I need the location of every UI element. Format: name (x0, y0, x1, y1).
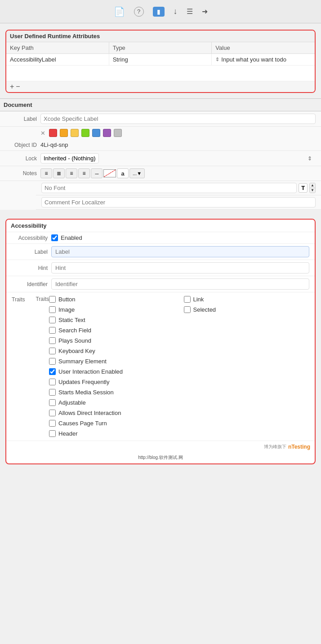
document-font-input[interactable] (41, 183, 297, 193)
list-item: Image (49, 305, 175, 314)
document-font-stepper[interactable]: ▲ ▼ (309, 183, 316, 193)
udra-keypath-cell: AccessibilityLabel (6, 54, 109, 65)
udra-col-keypath: Key Path (6, 42, 109, 53)
document-font-t-button[interactable]: T (299, 183, 308, 193)
trait-startsmediasession-checkbox[interactable] (49, 389, 56, 396)
watermark-text: 博为峰旗下 (264, 444, 286, 450)
notes-align-center-button[interactable]: ≣ (53, 168, 65, 178)
color-clear-icon[interactable]: ✕ (40, 130, 45, 137)
toolbar: 📄 ? ▮ ↓ ☰ ➜ (0, 0, 321, 23)
trait-header-checkbox[interactable] (49, 430, 56, 437)
trait-searchfield-label: Search Field (58, 327, 91, 334)
trait-causespageturn-checkbox[interactable] (49, 420, 56, 427)
trait-userinteraction-checkbox[interactable] (49, 368, 56, 375)
color-dot-green[interactable] (81, 129, 89, 137)
udra-type-cell: String (109, 54, 212, 65)
udra-header: Key Path Type Value (6, 42, 315, 54)
trait-image-checkbox[interactable] (49, 306, 56, 313)
color-dot-gray[interactable] (114, 129, 122, 137)
notes-align-left-button[interactable]: ≡ (40, 168, 52, 178)
accessibility-enabled-checkbox-row: Enabled (51, 234, 82, 241)
notes-more-button[interactable]: ...▼ (129, 168, 145, 178)
document-lock-select[interactable]: Inherited - (Nothing) (40, 153, 99, 163)
trait-button-checkbox[interactable] (49, 296, 56, 303)
trait-summaryelement-checkbox[interactable] (49, 358, 56, 365)
color-dot-purple[interactable] (103, 129, 111, 137)
notes-dash-button[interactable]: --- (91, 168, 103, 178)
trait-button-label: Button (58, 296, 76, 303)
watermark-url-row: http://blog.软件测试.网 (6, 454, 315, 463)
list-icon[interactable]: ☰ (187, 7, 193, 16)
trait-keyboardkey-label: Keyboard Key (58, 348, 95, 354)
document-section-title: Document (0, 98, 321, 111)
font-stepper-down-icon[interactable]: ▼ (310, 188, 315, 193)
udra-remove-button[interactable]: − (16, 83, 20, 90)
accessibility-enabled-row: Accessibility Enabled (6, 232, 315, 244)
trait-image-label: Image (58, 306, 75, 313)
color-dot-orange[interactable] (60, 129, 68, 137)
color-dot-red[interactable] (49, 129, 57, 137)
accessibility-hint-row: Hint (6, 260, 315, 276)
trait-selected-checkbox[interactable] (184, 306, 191, 313)
file-icon[interactable]: 📄 (114, 6, 125, 17)
notes-toolbar: ≡ ≣ ≡ ≡ --- a ...▼ (40, 168, 316, 178)
document-notes-row: Notes ≡ ≣ ≡ ≡ --- a ...▼ (0, 166, 321, 181)
accessibility-enabled-text: Enabled (61, 234, 82, 241)
document-objectid-value: 4Li-qd-snp (40, 141, 68, 148)
document-color-row: ✕ (0, 127, 321, 139)
trait-statictext-checkbox[interactable] (49, 317, 56, 323)
stepper-icon: ⇕ (215, 57, 219, 62)
udra-title: User Defined Runtime Attributes (6, 31, 315, 42)
accessibility-enabled-checkbox[interactable] (51, 234, 58, 241)
notes-font-color-button[interactable]: a (117, 168, 129, 178)
accessibility-traits-label-text: Traits (12, 295, 49, 438)
udra-footer: + − (6, 81, 315, 92)
list-item: Adjustable (49, 398, 309, 407)
accessibility-hint-input[interactable] (51, 262, 309, 273)
color-dot-blue[interactable] (92, 129, 100, 137)
trait-userinteraction-label: User Interaction Enabled (58, 368, 123, 375)
list-item: Button (49, 295, 175, 304)
help-icon[interactable]: ? (134, 7, 144, 17)
document-label-label: Label (5, 116, 37, 122)
forward-icon[interactable]: ➜ (202, 7, 208, 16)
accessibility-label-label: Label (12, 249, 48, 255)
list-item: Selected (184, 305, 310, 314)
document-label-input[interactable] (40, 114, 316, 124)
inspector-icon[interactable]: ▮ (153, 7, 165, 17)
list-item: Keyboard Key (49, 347, 309, 355)
list-item: Causes Page Turn (49, 419, 309, 428)
download-icon[interactable]: ↓ (174, 7, 178, 16)
accessibility-identifier-input[interactable] (51, 278, 309, 290)
udra-add-button[interactable]: + (10, 83, 14, 90)
trait-updatesfrequently-checkbox[interactable] (49, 379, 56, 385)
notes-align-justify-button[interactable]: ≡ (66, 168, 77, 178)
trait-causespageturn-label: Causes Page Turn (58, 420, 107, 427)
trait-playssound-checkbox[interactable] (49, 337, 56, 344)
trait-adjustable-checkbox[interactable] (49, 399, 56, 406)
font-stepper-up-icon[interactable]: ▲ (310, 183, 315, 188)
color-dot-yellow-light[interactable] (71, 129, 79, 137)
list-item: Link (184, 295, 310, 304)
list-item: Header (49, 429, 309, 438)
document-label-row: Label (0, 111, 321, 127)
trait-startsmediasession-label: Starts Media Session (58, 389, 114, 396)
accessibility-section-title: Accessibility (6, 220, 315, 232)
trait-link-checkbox[interactable] (184, 296, 191, 303)
trait-directinteraction-checkbox[interactable] (49, 410, 56, 416)
trait-header-label: Header (58, 430, 78, 437)
trait-searchfield-checkbox[interactable] (49, 327, 56, 334)
accessibility-label-row: Label (6, 244, 315, 260)
trait-keyboardkey-checkbox[interactable] (49, 348, 56, 354)
accessibility-label-input[interactable] (51, 246, 309, 257)
list-item: User Interaction Enabled (49, 367, 309, 376)
list-item: Static Text (49, 316, 309, 324)
udra-value-cell: ⇕ Input what you want todo (212, 54, 315, 65)
udra-col-value: Value (212, 42, 315, 53)
document-comment-input[interactable] (41, 197, 316, 207)
trait-updatesfrequently-label: Updates Frequently (58, 379, 109, 385)
notes-align-right-button[interactable]: ≡ (78, 168, 90, 178)
watermark-url: http://blog.软件测试.网 (138, 455, 183, 460)
table-row[interactable]: AccessibilityLabel String ⇕ Input what y… (6, 54, 315, 66)
document-objectid-label: Object ID (5, 142, 37, 148)
